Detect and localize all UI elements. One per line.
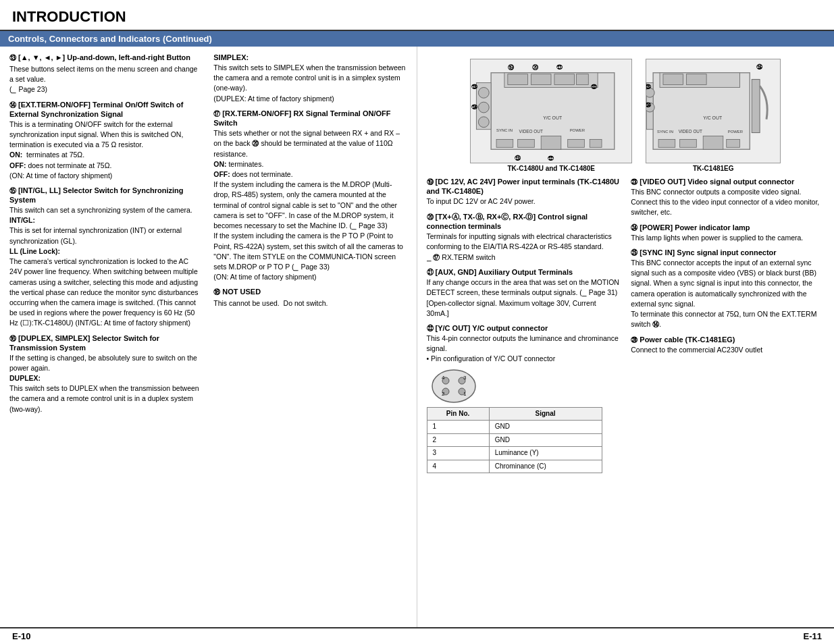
diagram-1481: Y/C OUT VIDEO OUT SYNC IN POWER ㉖ ㉕ ㉔ bbox=[646, 59, 781, 163]
svg-rect-14 bbox=[590, 139, 602, 147]
entry-20: ⑳ [TX+Ⓐ, TX-Ⓑ, RX+Ⓒ, RX-Ⓓ] Control signa… bbox=[427, 212, 621, 263]
svg-text:1: 1 bbox=[463, 391, 467, 397]
svg-text:2: 2 bbox=[442, 391, 445, 397]
svg-text:㉓: ㉓ bbox=[515, 155, 521, 162]
svg-text:POWER: POWER bbox=[728, 130, 743, 134]
entry-17: ⑰ [RX.TERM-ON/OFF] RX Signal Terminal ON… bbox=[213, 109, 407, 283]
entry-22: ㉒ [Y/C OUT] Y/C output connector This 4-… bbox=[427, 324, 621, 473]
svg-rect-31 bbox=[752, 80, 760, 133]
svg-text:㉒: ㉒ bbox=[548, 155, 554, 162]
footer-right: E-11 bbox=[804, 631, 822, 641]
svg-text:㉖: ㉖ bbox=[756, 63, 763, 71]
section-header: Controls, Connectors and Indicators (Con… bbox=[0, 31, 834, 47]
svg-point-46 bbox=[432, 370, 475, 402]
svg-rect-11 bbox=[518, 139, 535, 147]
svg-text:㉒: ㉒ bbox=[591, 84, 598, 90]
svg-text:4: 4 bbox=[442, 375, 445, 381]
svg-text:VIDEO OUT: VIDEO OUT bbox=[679, 129, 702, 134]
svg-text:POWER: POWER bbox=[570, 128, 585, 132]
svg-rect-30 bbox=[687, 74, 707, 85]
diagram-1481-label: TK-C1481EG bbox=[693, 165, 734, 172]
svg-text:Y/C OUT: Y/C OUT bbox=[543, 115, 563, 120]
entry-23: ㉓ [VIDEO OUT] Video signal output connec… bbox=[631, 178, 825, 218]
diagram-1480-label: TK-C1480U and TK-C1480E bbox=[508, 165, 595, 172]
svg-rect-4 bbox=[554, 74, 575, 85]
diagrams-row: Y/C OUT VIDEO OUT SYNC IN POWER ⑲ ⑳ ㉑ ㉕ … bbox=[427, 59, 825, 172]
svg-point-9 bbox=[479, 117, 490, 128]
entry-14: ⑭ [EXT.TERM-ON/OFF] Terminal On/Off Swit… bbox=[9, 101, 203, 181]
entry-26: ㉖ Power cable (TK-C1481EG) Connect to th… bbox=[631, 336, 825, 355]
svg-text:㉕: ㉕ bbox=[471, 84, 478, 90]
pinout-table: Pin No.Signal 1GND 2GND 3Luminance (Y) 4… bbox=[427, 407, 602, 474]
svg-text:㉑: ㉑ bbox=[556, 64, 563, 71]
svg-point-8 bbox=[479, 102, 490, 113]
svg-rect-2 bbox=[508, 74, 528, 85]
svg-text:⑲: ⑲ bbox=[508, 64, 515, 71]
svg-text:3: 3 bbox=[463, 375, 467, 381]
svg-rect-13 bbox=[568, 139, 585, 147]
footer: E-10 E-11 bbox=[0, 627, 834, 644]
entry-18: ⑱ NOT USED This cannot be used. Do not s… bbox=[213, 288, 407, 308]
svg-text:Y/C OUT: Y/C OUT bbox=[703, 115, 723, 120]
entry-25: ㉕ [SYNC IN] Sync signal input connector … bbox=[631, 248, 825, 330]
svg-text:SYNC IN: SYNC IN bbox=[496, 128, 513, 132]
entry-simplex: SIMPLEX: This switch sets to SIMPLEX whe… bbox=[213, 53, 407, 104]
page-title: INTRODUCTION bbox=[0, 0, 834, 31]
svg-rect-37 bbox=[703, 136, 723, 150]
entry-15: ⑮ [INT/GL, LL] Selector Switch for Synch… bbox=[9, 186, 203, 329]
footer-left: E-10 bbox=[12, 631, 30, 641]
svg-point-7 bbox=[479, 87, 490, 98]
svg-rect-5 bbox=[577, 74, 589, 85]
svg-rect-10 bbox=[496, 139, 513, 147]
entry-13: ⑬ [▲, ▼, ◄, ►] Up-and-down, left-and-rig… bbox=[9, 53, 203, 95]
svg-rect-38 bbox=[727, 139, 740, 147]
svg-rect-3 bbox=[531, 74, 552, 85]
entry-19: ⑲ [DC 12V, AC 24V] Power input terminals… bbox=[427, 178, 621, 207]
svg-text:㉔: ㉔ bbox=[471, 104, 478, 111]
svg-rect-12 bbox=[541, 136, 561, 150]
yc-connector-diagram: 4 3 2 1 bbox=[427, 367, 481, 404]
entry-16: ⑯ [DUPLEX, SIMPLEX] Selector Switch for … bbox=[9, 334, 203, 414]
entry-21: ㉑ [AUX, GND] Auxiliary Output Terminals … bbox=[427, 268, 621, 319]
svg-text:SYNC IN: SYNC IN bbox=[657, 130, 673, 134]
svg-text:⑳: ⑳ bbox=[533, 64, 540, 71]
diagram-1480: Y/C OUT VIDEO OUT SYNC IN POWER ⑲ ⑳ ㉑ ㉕ … bbox=[470, 59, 632, 163]
svg-text:VIDEO OUT: VIDEO OUT bbox=[519, 129, 543, 134]
svg-text:㉕: ㉕ bbox=[646, 84, 652, 90]
entry-24: ㉔ [POWER] Power indicator lamp This lamp… bbox=[631, 223, 825, 243]
svg-text:㉔: ㉔ bbox=[646, 102, 652, 109]
svg-rect-29 bbox=[663, 74, 683, 85]
svg-rect-35 bbox=[658, 139, 675, 147]
svg-rect-36 bbox=[680, 139, 697, 147]
